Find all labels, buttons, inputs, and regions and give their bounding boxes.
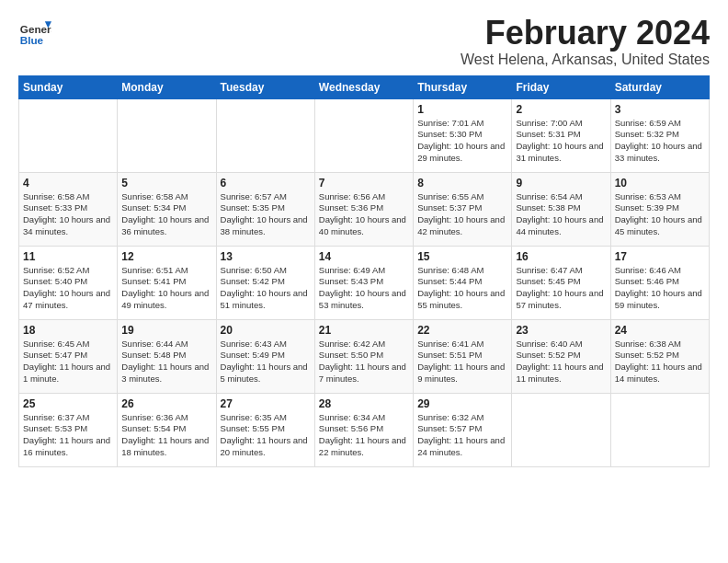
day-info: Sunrise: 6:42 AM Sunset: 5:50 PM Dayligh… [319, 339, 409, 385]
col-header-wednesday: Wednesday [314, 75, 413, 98]
day-number: 4 [23, 177, 113, 190]
day-cell: 14Sunrise: 6:49 AM Sunset: 5:43 PM Dayli… [314, 246, 413, 319]
day-info: Sunrise: 6:49 AM Sunset: 5:43 PM Dayligh… [319, 265, 409, 312]
day-cell: 29Sunrise: 6:32 AM Sunset: 5:57 PM Dayli… [414, 393, 512, 466]
day-number: 10 [615, 177, 705, 190]
calendar-table: SundayMondayTuesdayWednesdayThursdayFrid… [18, 75, 710, 467]
day-cell [118, 98, 216, 172]
col-header-monday: Monday [118, 75, 216, 98]
day-cell: 3Sunrise: 6:59 AM Sunset: 5:32 PM Daylig… [610, 98, 709, 172]
day-cell: 7Sunrise: 6:56 AM Sunset: 5:36 PM Daylig… [314, 172, 413, 246]
day-cell: 9Sunrise: 6:54 AM Sunset: 5:38 PM Daylig… [512, 172, 610, 246]
day-cell: 26Sunrise: 6:36 AM Sunset: 5:54 PM Dayli… [118, 393, 216, 466]
week-row-3: 18Sunrise: 6:45 AM Sunset: 5:47 PM Dayli… [19, 319, 710, 393]
day-info: Sunrise: 6:36 AM Sunset: 5:54 PM Dayligh… [121, 412, 211, 459]
day-info: Sunrise: 6:55 AM Sunset: 5:37 PM Dayligh… [417, 191, 507, 238]
day-number: 8 [417, 177, 507, 190]
logo: General Blue [18, 15, 55, 48]
day-cell [216, 98, 314, 172]
day-number: 11 [23, 250, 113, 263]
day-number: 22 [417, 324, 507, 337]
day-cell [19, 98, 118, 172]
day-cell: 16Sunrise: 6:47 AM Sunset: 5:45 PM Dayli… [512, 246, 610, 319]
day-number: 19 [121, 324, 211, 337]
day-info: Sunrise: 6:50 AM Sunset: 5:42 PM Dayligh… [221, 265, 311, 312]
day-number: 15 [417, 250, 507, 263]
day-number: 29 [417, 397, 507, 410]
week-row-1: 4Sunrise: 6:58 AM Sunset: 5:33 PM Daylig… [19, 172, 710, 246]
day-cell: 22Sunrise: 6:41 AM Sunset: 5:51 PM Dayli… [414, 319, 512, 393]
day-cell: 2Sunrise: 7:00 AM Sunset: 5:31 PM Daylig… [512, 98, 610, 172]
day-cell: 1Sunrise: 7:01 AM Sunset: 5:30 PM Daylig… [414, 98, 512, 172]
day-info: Sunrise: 6:58 AM Sunset: 5:34 PM Dayligh… [121, 191, 211, 238]
day-info: Sunrise: 7:00 AM Sunset: 5:31 PM Dayligh… [516, 118, 606, 165]
day-number: 21 [319, 324, 409, 337]
day-cell: 21Sunrise: 6:42 AM Sunset: 5:50 PM Dayli… [314, 319, 413, 393]
day-info: Sunrise: 6:32 AM Sunset: 5:57 PM Dayligh… [417, 412, 507, 459]
day-cell: 13Sunrise: 6:50 AM Sunset: 5:42 PM Dayli… [216, 246, 314, 319]
day-info: Sunrise: 6:59 AM Sunset: 5:32 PM Dayligh… [615, 118, 705, 165]
day-number: 6 [221, 177, 311, 190]
day-number: 20 [221, 324, 311, 337]
week-row-4: 25Sunrise: 6:37 AM Sunset: 5:53 PM Dayli… [19, 393, 710, 466]
day-cell: 24Sunrise: 6:38 AM Sunset: 5:52 PM Dayli… [610, 319, 709, 393]
day-cell [512, 393, 610, 466]
day-info: Sunrise: 6:45 AM Sunset: 5:47 PM Dayligh… [23, 339, 113, 385]
logo-icon: General Blue [18, 15, 51, 48]
day-info: Sunrise: 6:46 AM Sunset: 5:46 PM Dayligh… [615, 265, 705, 312]
day-info: Sunrise: 6:37 AM Sunset: 5:53 PM Dayligh… [23, 412, 113, 459]
col-header-sunday: Sunday [19, 75, 118, 98]
location-title: West Helena, Arkansas, United States [461, 52, 710, 68]
day-info: Sunrise: 7:01 AM Sunset: 5:30 PM Dayligh… [417, 118, 507, 165]
calendar-header: SundayMondayTuesdayWednesdayThursdayFrid… [19, 75, 710, 98]
day-cell: 19Sunrise: 6:44 AM Sunset: 5:48 PM Dayli… [118, 319, 216, 393]
day-info: Sunrise: 6:51 AM Sunset: 5:41 PM Dayligh… [121, 265, 211, 312]
day-number: 17 [615, 250, 705, 263]
day-number: 7 [319, 177, 409, 190]
col-header-saturday: Saturday [610, 75, 709, 98]
day-cell: 18Sunrise: 6:45 AM Sunset: 5:47 PM Dayli… [19, 319, 118, 393]
day-number: 3 [615, 103, 705, 116]
day-number: 16 [516, 250, 606, 263]
day-cell: 11Sunrise: 6:52 AM Sunset: 5:40 PM Dayli… [19, 246, 118, 319]
day-info: Sunrise: 6:35 AM Sunset: 5:55 PM Dayligh… [221, 412, 311, 459]
col-header-friday: Friday [512, 75, 610, 98]
day-cell: 4Sunrise: 6:58 AM Sunset: 5:33 PM Daylig… [19, 172, 118, 246]
day-number: 24 [615, 324, 705, 337]
col-header-tuesday: Tuesday [216, 75, 314, 98]
day-number: 9 [516, 177, 606, 190]
day-cell: 8Sunrise: 6:55 AM Sunset: 5:37 PM Daylig… [414, 172, 512, 246]
day-cell: 6Sunrise: 6:57 AM Sunset: 5:35 PM Daylig… [216, 172, 314, 246]
day-info: Sunrise: 6:48 AM Sunset: 5:44 PM Dayligh… [417, 265, 507, 312]
day-info: Sunrise: 6:58 AM Sunset: 5:33 PM Dayligh… [23, 191, 113, 238]
day-cell: 23Sunrise: 6:40 AM Sunset: 5:52 PM Dayli… [512, 319, 610, 393]
day-info: Sunrise: 6:57 AM Sunset: 5:35 PM Dayligh… [221, 191, 311, 238]
week-row-2: 11Sunrise: 6:52 AM Sunset: 5:40 PM Dayli… [19, 246, 710, 319]
day-cell: 28Sunrise: 6:34 AM Sunset: 5:56 PM Dayli… [314, 393, 413, 466]
day-number: 1 [417, 103, 507, 116]
day-cell: 5Sunrise: 6:58 AM Sunset: 5:34 PM Daylig… [118, 172, 216, 246]
title-area: February 2024 West Helena, Arkansas, Uni… [461, 15, 710, 68]
day-info: Sunrise: 6:56 AM Sunset: 5:36 PM Dayligh… [319, 191, 409, 238]
day-info: Sunrise: 6:34 AM Sunset: 5:56 PM Dayligh… [319, 412, 409, 459]
day-info: Sunrise: 6:41 AM Sunset: 5:51 PM Dayligh… [417, 339, 507, 385]
day-cell: 17Sunrise: 6:46 AM Sunset: 5:46 PM Dayli… [610, 246, 709, 319]
day-number: 12 [121, 250, 211, 263]
day-info: Sunrise: 6:52 AM Sunset: 5:40 PM Dayligh… [23, 265, 113, 312]
day-cell [610, 393, 709, 466]
day-info: Sunrise: 6:53 AM Sunset: 5:39 PM Dayligh… [615, 191, 705, 238]
day-number: 2 [516, 103, 606, 116]
day-info: Sunrise: 6:44 AM Sunset: 5:48 PM Dayligh… [121, 339, 211, 385]
col-header-thursday: Thursday [414, 75, 512, 98]
day-number: 14 [319, 250, 409, 263]
day-info: Sunrise: 6:38 AM Sunset: 5:52 PM Dayligh… [615, 339, 705, 385]
day-cell: 27Sunrise: 6:35 AM Sunset: 5:55 PM Dayli… [216, 393, 314, 466]
day-number: 23 [516, 324, 606, 337]
day-cell: 10Sunrise: 6:53 AM Sunset: 5:39 PM Dayli… [610, 172, 709, 246]
svg-text:Blue: Blue [20, 34, 44, 46]
day-cell: 15Sunrise: 6:48 AM Sunset: 5:44 PM Dayli… [414, 246, 512, 319]
day-number: 13 [221, 250, 311, 263]
day-number: 25 [23, 397, 113, 410]
day-number: 18 [23, 324, 113, 337]
day-info: Sunrise: 6:43 AM Sunset: 5:49 PM Dayligh… [221, 339, 311, 385]
